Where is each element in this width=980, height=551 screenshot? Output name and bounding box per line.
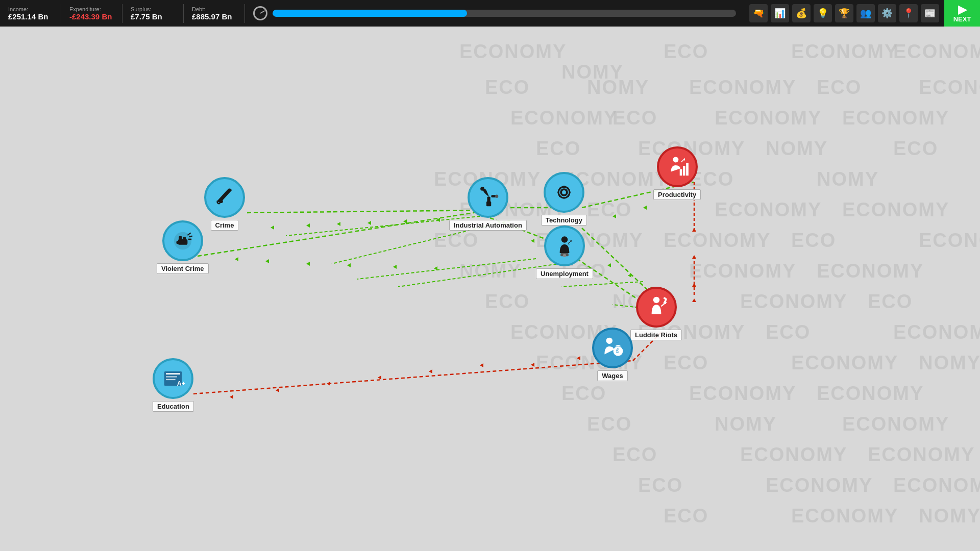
productivity-node[interactable]: Productivity bbox=[653, 146, 701, 200]
svg-marker-44 bbox=[577, 356, 580, 360]
svg-marker-26 bbox=[347, 263, 351, 267]
svg-rect-57 bbox=[179, 236, 182, 241]
svg-marker-49 bbox=[692, 298, 696, 302]
svg-rect-77 bbox=[679, 169, 682, 176]
crime-icon bbox=[212, 185, 237, 210]
expenditure-stat: Expenditure: -£243.39 Bn bbox=[61, 4, 122, 23]
svg-marker-48 bbox=[692, 283, 696, 287]
technology-label: Technology bbox=[541, 215, 587, 226]
surplus-value: £7.75 Bn bbox=[131, 12, 175, 21]
surplus-stat: Surplus: £7.75 Bn bbox=[122, 4, 184, 23]
news-icon-button[interactable]: 📰 bbox=[921, 4, 939, 22]
svg-rect-78 bbox=[683, 166, 685, 176]
svg-marker-37 bbox=[230, 395, 233, 399]
unemployment-icon: Z z bbox=[552, 233, 577, 259]
svg-text:£: £ bbox=[616, 347, 619, 354]
progress-bar-fill bbox=[273, 10, 467, 17]
wages-icon: £ bbox=[600, 335, 625, 361]
progress-bar-background bbox=[273, 10, 736, 17]
svg-point-75 bbox=[563, 254, 566, 257]
svg-text:z: z bbox=[570, 239, 572, 242]
technology-circle[interactable] bbox=[544, 172, 584, 213]
income-label: Income: bbox=[8, 6, 53, 12]
industrial-automation-circle[interactable] bbox=[468, 177, 508, 218]
wages-label: Wages bbox=[597, 370, 627, 381]
next-label: NEXT bbox=[953, 15, 971, 23]
luddite-riots-node[interactable]: Luddite Riots bbox=[630, 287, 682, 340]
svg-line-9 bbox=[357, 259, 536, 279]
technology-node[interactable]: Technology bbox=[541, 172, 587, 226]
svg-marker-46 bbox=[692, 228, 696, 232]
industrial-automation-node[interactable]: Industrial Automation bbox=[449, 177, 527, 231]
education-node[interactable]: A+ Education bbox=[153, 358, 194, 412]
productivity-icon bbox=[665, 154, 690, 180]
svg-marker-27 bbox=[393, 265, 397, 269]
svg-rect-53 bbox=[166, 379, 176, 380]
education-circle[interactable]: A+ bbox=[153, 358, 193, 399]
svg-line-13 bbox=[193, 361, 633, 394]
svg-rect-51 bbox=[166, 373, 180, 374]
crime-circle[interactable] bbox=[204, 177, 245, 218]
svg-point-68 bbox=[495, 195, 498, 198]
productivity-label: Productivity bbox=[653, 189, 701, 200]
svg-point-76 bbox=[673, 157, 678, 162]
unemployment-node[interactable]: Z z Unemployment bbox=[536, 226, 593, 279]
main-canvas: A+ Education Violent Crime bbox=[0, 27, 980, 551]
violent-crime-label: Violent Crime bbox=[157, 263, 209, 274]
expenditure-value: -£243.39 Bn bbox=[69, 12, 114, 21]
svg-rect-65 bbox=[487, 196, 490, 202]
svg-marker-25 bbox=[306, 262, 310, 266]
svg-point-71 bbox=[561, 236, 568, 243]
progress-section bbox=[245, 6, 744, 20]
svg-marker-35 bbox=[628, 273, 631, 278]
luddite-riots-label: Luddite Riots bbox=[630, 330, 682, 340]
svg-rect-58 bbox=[183, 237, 186, 241]
pin-icon-button[interactable]: 📍 bbox=[899, 4, 918, 22]
svg-marker-21 bbox=[403, 219, 407, 223]
chart-icon-button[interactable]: 📊 bbox=[771, 4, 789, 22]
gun-icon-button[interactable]: 🔫 bbox=[749, 4, 768, 22]
violent-crime-node[interactable]: Violent Crime bbox=[157, 220, 209, 274]
wages-node[interactable]: £ Wages bbox=[592, 328, 633, 381]
play-arrow-icon: ▶ bbox=[958, 4, 967, 15]
money-icon-button[interactable]: 💰 bbox=[792, 4, 811, 22]
svg-marker-17 bbox=[271, 226, 274, 230]
wages-circle[interactable]: £ bbox=[592, 328, 633, 368]
svg-marker-47 bbox=[692, 255, 696, 259]
unemployment-circle[interactable]: Z z bbox=[544, 226, 585, 266]
svg-marker-23 bbox=[235, 257, 238, 261]
debt-value: £885.97 Bn bbox=[192, 12, 236, 21]
industrial-automation-icon bbox=[475, 185, 501, 210]
unemployment-label: Unemployment bbox=[536, 268, 593, 279]
trophy-icon-button[interactable]: 🏆 bbox=[835, 4, 853, 22]
svg-marker-42 bbox=[480, 363, 483, 367]
productivity-circle[interactable] bbox=[657, 146, 698, 187]
people-icon-button[interactable]: 👥 bbox=[856, 4, 875, 22]
svg-marker-34 bbox=[607, 263, 611, 267]
svg-marker-18 bbox=[306, 223, 310, 228]
svg-marker-20 bbox=[368, 221, 371, 225]
violent-crime-circle[interactable] bbox=[162, 220, 203, 261]
svg-marker-43 bbox=[531, 363, 534, 367]
svg-line-11 bbox=[561, 282, 643, 287]
svg-marker-41 bbox=[429, 369, 432, 373]
svg-text:A+: A+ bbox=[177, 380, 185, 387]
svg-marker-32 bbox=[643, 206, 647, 210]
education-label: Education bbox=[153, 401, 194, 412]
debt-label: Debt: bbox=[192, 6, 236, 12]
gear-icon-button[interactable]: ⚙️ bbox=[878, 4, 896, 22]
luddite-riots-circle[interactable] bbox=[636, 287, 677, 328]
svg-point-66 bbox=[480, 187, 484, 191]
svg-marker-29 bbox=[531, 239, 534, 243]
svg-rect-59 bbox=[176, 241, 179, 244]
violent-crime-icon bbox=[170, 228, 195, 254]
connection-lines-svg bbox=[0, 27, 980, 551]
crime-label: Crime bbox=[211, 220, 239, 231]
lightbulb-icon-button[interactable]: 💡 bbox=[814, 4, 832, 22]
surplus-label: Surplus: bbox=[131, 6, 175, 12]
svg-marker-39 bbox=[327, 382, 330, 386]
header-bar: Income: £251.14 Bn Expenditure: -£243.39… bbox=[0, 0, 980, 27]
crime-node[interactable]: Crime bbox=[204, 177, 245, 231]
expenditure-label: Expenditure: bbox=[69, 6, 114, 12]
next-button[interactable]: ▶ NEXT bbox=[944, 0, 980, 27]
